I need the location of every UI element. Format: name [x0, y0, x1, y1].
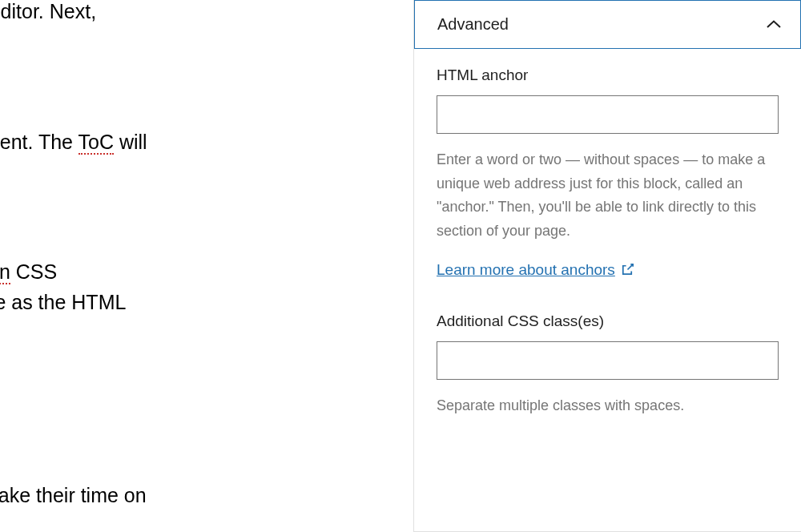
html-anchor-help: Enter a word or two — without spaces — t… — [437, 148, 779, 244]
spellcheck-word[interactable]: oc-hidden — [0, 260, 10, 284]
advanced-panel-toggle[interactable]: Advanced — [414, 0, 801, 49]
content-fragment: ck Editor. Next, — [0, 0, 96, 27]
content-fragment: make their time on — [0, 481, 147, 511]
additional-css-field: Additional CSS class(es) Separate multip… — [437, 312, 779, 418]
html-anchor-input[interactable] — [437, 95, 779, 134]
content-fragment: ontent. The ToC will — [0, 127, 147, 158]
additional-css-input[interactable] — [437, 341, 779, 380]
external-link-icon — [620, 262, 635, 277]
spellcheck-word[interactable]: ToC — [78, 131, 114, 155]
html-anchor-label: HTML anchor — [437, 66, 779, 84]
editor-content[interactable]: ck Editor. Next, ontent. The ToC will oc… — [0, 0, 414, 532]
content-fragment: oc-hidden CSS — [0, 257, 57, 288]
learn-more-label: Learn more about anchors — [437, 261, 615, 279]
learn-more-anchors-link[interactable]: Learn more about anchors — [437, 261, 635, 279]
content-fragment: ace as the HTML — [0, 288, 126, 318]
advanced-panel-body: HTML anchor Enter a word or two — withou… — [414, 49, 801, 433]
panel-title: Advanced — [437, 15, 509, 34]
block-settings-sidebar: Advanced HTML anchor Enter a word or two… — [413, 0, 801, 532]
additional-css-help: Separate multiple classes with spaces. — [437, 394, 779, 418]
chevron-up-icon — [767, 20, 781, 29]
html-anchor-field: HTML anchor Enter a word or two — withou… — [437, 66, 779, 279]
additional-css-label: Additional CSS class(es) — [437, 312, 779, 330]
